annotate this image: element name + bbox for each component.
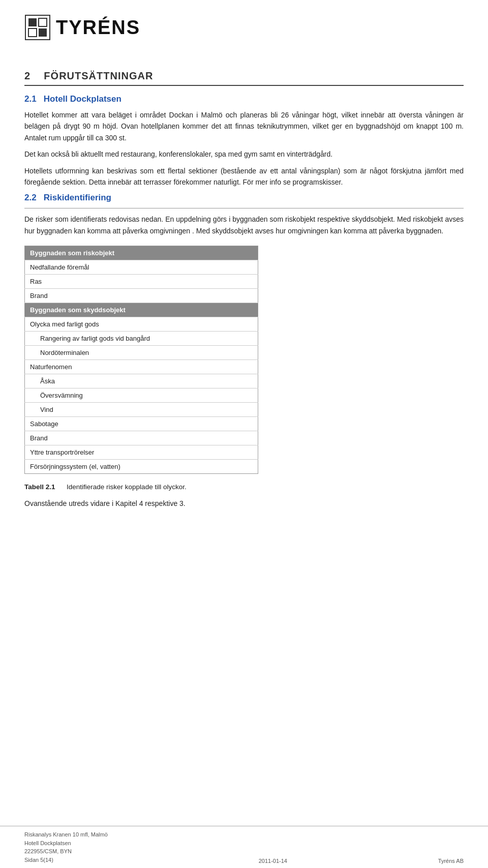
risk-table-header-row: Byggnaden som skyddsobjekt xyxy=(25,303,258,317)
footer: Riskanalys Kranen 10 mfl, MalmöHotell Do… xyxy=(0,826,488,868)
svg-rect-1 xyxy=(28,18,37,26)
footer-left-line: Riskanalys Kranen 10 mfl, Malmö xyxy=(24,830,108,839)
risk-table-item-row: Brand xyxy=(25,431,258,445)
risk-table-item-row: Rangering av farligt gods vid bangård xyxy=(25,332,258,346)
risk-table-item-row: Ras xyxy=(25,275,258,289)
svg-rect-4 xyxy=(39,28,47,37)
risk-table-item-row: Nordöterminalen xyxy=(25,346,258,360)
closing-text: Ovanstående utreds vidare i Kapitel 4 re… xyxy=(24,498,464,509)
svg-rect-2 xyxy=(39,18,47,26)
section22-para1: De risker som identifierats redovisas ne… xyxy=(24,214,464,236)
section22-number: 2.2 xyxy=(24,193,37,202)
risk-table-item-row: Brand xyxy=(25,289,258,303)
table-caption-label: Tabell 2.1 xyxy=(24,483,55,491)
section2-heading: 2 FÖRUTSÄTTNINGAR xyxy=(24,70,464,82)
risk-table-item-row: Vind xyxy=(25,403,258,417)
footer-right: Tyréns AB xyxy=(438,858,464,864)
logo-text: TYRÉNS xyxy=(56,17,140,39)
risk-table-item-row: Olycka med farligt gods xyxy=(25,317,258,332)
footer-left: Riskanalys Kranen 10 mfl, MalmöHotell Do… xyxy=(24,830,108,864)
main-content: 2 FÖRUTSÄTTNINGAR 2.1 Hotell Dockplatsen… xyxy=(0,51,488,525)
header: TYRÉNS xyxy=(0,0,488,51)
page: TYRÉNS 2 FÖRUTSÄTTNINGAR 2.1 Hotell Dock… xyxy=(0,0,488,868)
divider-section22 xyxy=(24,208,464,208)
footer-left-line: Sidan 5(14) xyxy=(24,856,108,864)
table-caption-text: Identifierade risker kopplade till olyck… xyxy=(67,483,187,491)
section21-number: 2.1 xyxy=(24,94,37,104)
section21-para3: Hotellets utformning kan beskrivas som e… xyxy=(24,165,464,188)
logo-icon xyxy=(24,14,51,41)
section21-heading: 2.1 Hotell Dockplatsen xyxy=(24,94,464,104)
table-caption: Tabell 2.1 Identifierade risker kopplade… xyxy=(24,483,464,491)
risk-table-header-row: Byggnaden som riskobjekt xyxy=(25,246,258,260)
footer-left-line: Hotell Dockplatsen xyxy=(24,839,108,848)
risk-table-item-row: Åska xyxy=(25,374,258,388)
risk-table-item-row: Sabotage xyxy=(25,417,258,431)
section2-title: FÖRUTSÄTTNINGAR xyxy=(44,70,153,81)
section22-title: Riskidentifiering xyxy=(44,193,111,202)
section21-title: Hotell Dockplatsen xyxy=(44,94,121,104)
risk-table-item-row: Naturfenomen xyxy=(25,360,258,374)
section21-para1: Hotellet kommer att vara beläget i områd… xyxy=(24,109,464,143)
footer-center: 2011-01-14 xyxy=(259,858,287,864)
risk-table-item-row: Översvämning xyxy=(25,388,258,403)
risk-table-item-row: Yttre transportrörelser xyxy=(25,445,258,460)
risk-table-item-row: Nedfallande föremål xyxy=(25,260,258,275)
logo-container: TYRÉNS xyxy=(24,14,140,41)
section21-para2: Det kan också bli aktuellt med restauran… xyxy=(24,148,464,160)
section2-number: 2 xyxy=(24,70,30,81)
divider-main xyxy=(24,85,464,86)
footer-left-line: 222955/CSM, BYN xyxy=(24,847,108,856)
svg-rect-3 xyxy=(28,28,37,37)
risk-table-item-row: Försörjningssystem (el, vatten) xyxy=(25,460,258,474)
risk-table: Byggnaden som riskobjektNedfallande före… xyxy=(24,246,258,474)
section22-heading: 2.2 Riskidentifiering xyxy=(24,193,464,203)
